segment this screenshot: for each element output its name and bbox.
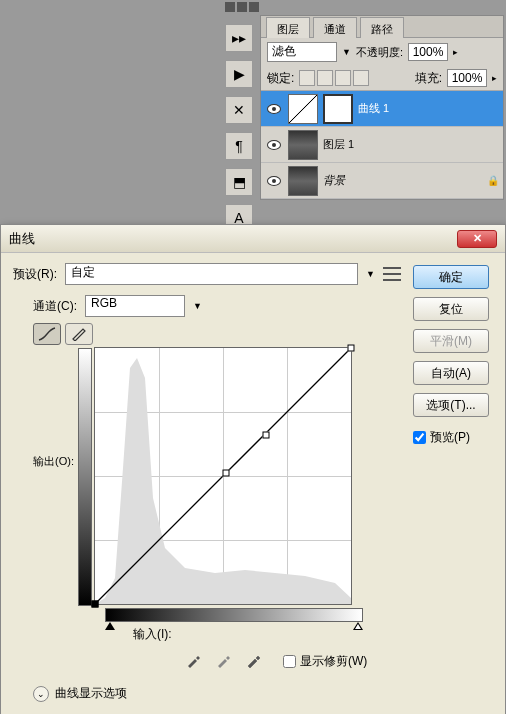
visibility-toggle[interactable]	[265, 136, 283, 154]
layer-name[interactable]: 图层 1	[323, 137, 499, 152]
output-gradient	[78, 348, 92, 606]
expand-chevron-icon[interactable]: ⌄	[33, 686, 49, 702]
tool-pen-icon[interactable]: ⬒	[225, 168, 253, 196]
layer-controls-row: 滤色 ▼ 不透明度: 100% ▸	[261, 38, 503, 66]
preview-checkbox[interactable]: 预览(P)	[413, 429, 493, 446]
lock-pixels-icon[interactable]	[317, 70, 333, 86]
layer-mask-thumb[interactable]	[323, 94, 353, 124]
show-clipping-label: 显示修剪(W)	[300, 653, 367, 670]
pencil-curve-tool[interactable]	[65, 323, 93, 345]
channel-row: 通道(C): RGB ▼	[13, 295, 401, 317]
reset-button[interactable]: 复位	[413, 297, 489, 321]
channel-select[interactable]: RGB	[85, 295, 185, 317]
curve-point[interactable]	[222, 470, 229, 477]
layer-list: 曲线 1 图层 1 背景 🔒	[261, 91, 503, 199]
top-mini-toolbar	[225, 2, 259, 14]
lock-icon: 🔒	[487, 175, 499, 186]
opacity-label: 不透明度:	[356, 45, 403, 60]
layer-name[interactable]: 背景	[323, 173, 482, 188]
layer-row-curves[interactable]: 曲线 1	[261, 91, 503, 127]
show-clipping-checkbox[interactable]: 显示修剪(W)	[283, 653, 367, 670]
preview-input[interactable]	[413, 431, 426, 444]
show-clipping-input[interactable]	[283, 655, 296, 668]
curve-point[interactable]	[263, 432, 270, 439]
eye-icon	[267, 176, 281, 186]
black-point-slider[interactable]	[105, 622, 115, 630]
curve-tools	[13, 323, 401, 345]
panel-tabs: 图层 通道 路径	[261, 16, 503, 38]
eye-icon	[267, 104, 281, 114]
preset-label: 预设(R):	[13, 266, 57, 283]
tool-play-icon[interactable]: ▶	[225, 60, 253, 88]
layer-row-image[interactable]: 图层 1	[261, 127, 503, 163]
mini-btn[interactable]	[249, 2, 259, 12]
lock-all-icon[interactable]	[353, 70, 369, 86]
mini-btn[interactable]	[237, 2, 247, 12]
white-point-slider[interactable]	[353, 622, 363, 630]
titlebar[interactable]: 曲线 ✕	[1, 225, 505, 253]
eye-icon	[267, 140, 281, 150]
tool-column: ▸▸ ▶ ✕ ¶ ⬒ A	[225, 24, 255, 232]
channel-label: 通道(C):	[33, 298, 77, 315]
eyedropper-row: 显示修剪(W)	[13, 651, 401, 671]
lock-position-icon[interactable]	[335, 70, 351, 86]
output-label: 输出(O):	[33, 454, 74, 469]
visibility-toggle[interactable]	[265, 100, 283, 118]
fill-value[interactable]: 100%	[447, 69, 487, 87]
white-eyedropper-icon[interactable]	[243, 651, 263, 671]
smooth-button[interactable]: 平滑(M)	[413, 329, 489, 353]
lock-transparency-icon[interactable]	[299, 70, 315, 86]
lock-icons	[299, 70, 369, 86]
curve-area: 输出(O):	[13, 347, 401, 606]
ok-button[interactable]: 确定	[413, 265, 489, 289]
preset-row: 预设(R): 自定 ▼	[13, 263, 401, 285]
curve-point[interactable]	[347, 345, 354, 352]
display-options-label: 曲线显示选项	[55, 685, 127, 702]
dialog-title: 曲线	[9, 230, 457, 248]
auto-button[interactable]: 自动(A)	[413, 361, 489, 385]
preset-select[interactable]: 自定	[65, 263, 358, 285]
tool-arrow-icon[interactable]: ▸▸	[225, 24, 253, 52]
curves-dialog: 曲线 ✕ 预设(R): 自定 ▼ 通道(C): RGB ▼	[0, 224, 506, 714]
curves-adjustment-icon[interactable]	[288, 94, 318, 124]
tool-brush-icon[interactable]: ¶	[225, 132, 253, 160]
black-eyedropper-icon[interactable]	[183, 651, 203, 671]
point-curve-tool[interactable]	[33, 323, 61, 345]
visibility-toggle[interactable]	[265, 172, 283, 190]
preset-menu-icon[interactable]	[383, 267, 401, 281]
close-button[interactable]: ✕	[457, 230, 497, 248]
layer-row-bg[interactable]: 背景 🔒	[261, 163, 503, 199]
input-label: 输入(I):	[133, 627, 172, 641]
curve-graph[interactable]	[94, 347, 352, 605]
blend-mode-select[interactable]: 滤色	[267, 42, 337, 62]
curve-point[interactable]	[91, 601, 98, 608]
preview-label: 预览(P)	[430, 429, 470, 446]
tab-channels[interactable]: 通道	[313, 17, 357, 38]
layers-panel: 图层 通道 路径 滤色 ▼ 不透明度: 100% ▸ 锁定: 填充: 100% …	[260, 15, 504, 200]
dialog-buttons: 确定 复位 平滑(M) 自动(A) 选项(T)... 预览(P)	[413, 263, 493, 712]
lock-label: 锁定:	[267, 70, 294, 87]
opacity-value[interactable]: 100%	[408, 43, 448, 61]
layer-thumb[interactable]	[288, 166, 318, 196]
gray-eyedropper-icon[interactable]	[213, 651, 233, 671]
options-button[interactable]: 选项(T)...	[413, 393, 489, 417]
fill-label: 填充:	[415, 70, 442, 87]
tool-wrench-icon[interactable]: ✕	[225, 96, 253, 124]
layer-thumb[interactable]	[288, 130, 318, 160]
tab-paths[interactable]: 路径	[360, 17, 404, 38]
layer-name[interactable]: 曲线 1	[358, 101, 499, 116]
tab-layers[interactable]: 图层	[266, 17, 310, 38]
lock-row: 锁定: 填充: 100% ▸	[261, 66, 503, 91]
display-options-row[interactable]: ⌄ 曲线显示选项	[13, 685, 401, 712]
input-gradient[interactable]	[105, 608, 363, 622]
mini-btn[interactable]	[225, 2, 235, 12]
